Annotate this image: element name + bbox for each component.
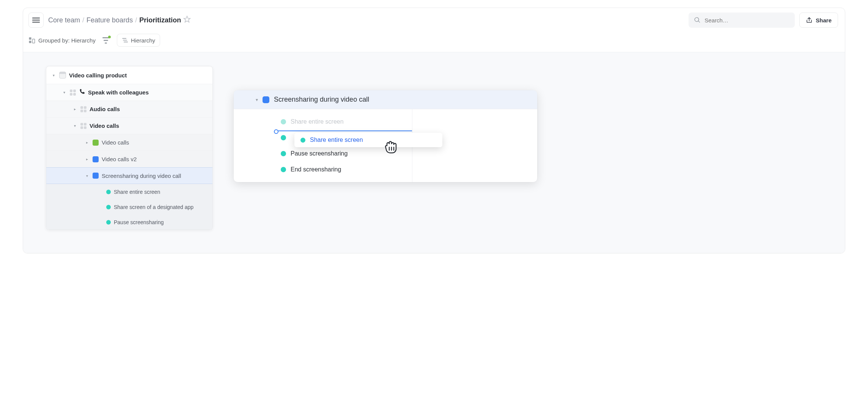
color-square-icon xyxy=(93,140,99,146)
svg-rect-5 xyxy=(29,41,31,43)
search-icon xyxy=(694,17,701,24)
status-dot-icon xyxy=(281,119,286,124)
detail-item-end[interactable]: End screensharing xyxy=(234,162,412,178)
svg-rect-1 xyxy=(32,20,40,21)
phone-icon xyxy=(79,89,85,96)
detail-title: Screensharing during video call xyxy=(274,96,369,104)
grouped-by-text: Grouped by: Hierarchy xyxy=(38,37,96,44)
drag-ghost-label: Share entire screen xyxy=(310,137,363,143)
search-box[interactable] xyxy=(689,13,795,28)
share-label: Share xyxy=(816,17,832,24)
grid-icon xyxy=(70,90,76,96)
tree-row-pause-share[interactable]: Pause screensharing xyxy=(46,214,212,229)
chevron-down-icon[interactable]: ▾ xyxy=(72,124,77,128)
star-icon xyxy=(183,16,191,23)
status-dot-icon xyxy=(300,138,305,143)
status-dot-icon xyxy=(106,190,111,194)
detail-item-share-entire-ghost[interactable]: Share entire screen xyxy=(234,114,412,130)
tree-row-video-calls-v2[interactable]: ▸ Video calls v2 xyxy=(46,151,212,167)
share-icon xyxy=(806,17,813,24)
status-dot-icon xyxy=(281,167,286,172)
detail-body: Share entire screen placeholder Pause sc… xyxy=(234,109,537,182)
hierarchy-chip-label: Hierarchy xyxy=(131,37,155,44)
tree-label: Video calling product xyxy=(69,72,127,79)
svg-rect-0 xyxy=(32,17,40,19)
breadcrumb: Core team / Feature boards / Prioritizat… xyxy=(48,16,191,25)
grouped-by-control[interactable]: Grouped by: Hierarchy xyxy=(28,37,96,44)
grid-icon xyxy=(80,106,86,112)
detail-item-label: Share entire screen xyxy=(291,118,344,125)
chevron-down-icon[interactable]: ▾ xyxy=(256,97,258,102)
chevron-right-icon[interactable]: ▸ xyxy=(72,107,77,111)
chevron-right-icon[interactable]: ▸ xyxy=(84,140,90,145)
status-dot-icon xyxy=(106,220,111,225)
breadcrumb-prioritization[interactable]: Prioritization xyxy=(139,16,181,24)
hierarchy-tree: ▾ Video calling product ▾ Speak with col… xyxy=(46,66,213,230)
color-square-icon xyxy=(93,173,99,179)
hamburger-icon xyxy=(32,16,40,24)
status-dot-icon xyxy=(281,151,286,156)
svg-rect-6 xyxy=(33,39,35,43)
drag-ghost-card[interactable]: Share entire screen xyxy=(294,133,442,147)
detail-item-label: Pause screensharing xyxy=(291,150,348,157)
tree-label: Screensharing during video call xyxy=(102,173,181,179)
breadcrumb-separator: / xyxy=(82,16,84,24)
tree-row-speak[interactable]: ▾ Speak with colleagues xyxy=(46,84,212,101)
tree-label: Video calls xyxy=(90,123,119,129)
svg-rect-2 xyxy=(32,22,40,22)
toolbar: Grouped by: Hierarchy Hierarchy xyxy=(23,32,845,52)
breadcrumb-separator: / xyxy=(135,16,137,24)
detail-item-label: End screensharing xyxy=(291,166,341,173)
tree-label: Audio calls xyxy=(90,106,120,112)
tree-row-video-calls[interactable]: ▸ Video calls xyxy=(46,134,212,151)
tree-row-root[interactable]: ▾ Video calling product xyxy=(46,66,212,84)
share-button[interactable]: Share xyxy=(799,13,838,28)
tree-label: Speak with colleagues xyxy=(88,89,149,96)
tree-row-share-entire[interactable]: Share entire screen xyxy=(46,184,212,199)
detail-items-column: Share entire screen placeholder Pause sc… xyxy=(234,109,412,182)
chevron-down-icon[interactable]: ▾ xyxy=(84,174,90,178)
tree-label: Video calls xyxy=(102,139,129,146)
grid-icon xyxy=(80,123,86,129)
tree-label: Share screen of a designated app xyxy=(114,204,193,210)
chevron-down-icon[interactable]: ▾ xyxy=(61,90,67,94)
svg-rect-4 xyxy=(29,38,31,40)
search-input[interactable] xyxy=(704,17,789,24)
detail-header[interactable]: ▾ Screensharing during video call xyxy=(234,90,537,109)
svg-marker-3 xyxy=(184,16,190,22)
menu-button[interactable] xyxy=(28,13,44,28)
chevron-right-icon[interactable]: ▸ xyxy=(84,157,90,161)
header-bar: Core team / Feature boards / Prioritizat… xyxy=(23,8,845,32)
status-dot-icon xyxy=(106,205,111,209)
breadcrumb-feature-boards[interactable]: Feature boards xyxy=(86,16,133,24)
tree-row-share-app[interactable]: Share screen of a designated app xyxy=(46,199,212,214)
tree-label: Share entire screen xyxy=(114,189,160,195)
color-square-icon xyxy=(263,96,269,103)
favorite-button[interactable] xyxy=(183,16,191,25)
status-dot-icon xyxy=(281,135,286,140)
chevron-down-icon[interactable]: ▾ xyxy=(51,73,56,77)
tree-label: Pause screensharing xyxy=(114,219,164,225)
tree-label: Video calls v2 xyxy=(102,156,137,162)
detail-panel: ▾ Screensharing during video call Share … xyxy=(234,90,537,182)
app-frame: Core team / Feature boards / Prioritizat… xyxy=(23,8,845,253)
tree-row-audio[interactable]: ▸ Audio calls xyxy=(46,101,212,117)
canvas-area: ▾ Video calling product ▾ Speak with col… xyxy=(23,52,845,253)
hierarchy-icon xyxy=(28,37,35,44)
breadcrumb-core-team[interactable]: Core team xyxy=(48,16,80,24)
window-icon xyxy=(59,72,66,79)
filter-button[interactable] xyxy=(102,36,110,44)
color-square-icon xyxy=(93,156,99,162)
hierarchy-chip[interactable]: Hierarchy xyxy=(117,34,160,47)
grab-cursor-icon xyxy=(382,137,400,157)
tree-row-video[interactable]: ▾ Video calls xyxy=(46,117,212,134)
header-actions: Share xyxy=(689,13,838,28)
tree-row-screensharing[interactable]: ▾ Screensharing during video call xyxy=(46,167,212,184)
tree-icon xyxy=(122,37,128,43)
